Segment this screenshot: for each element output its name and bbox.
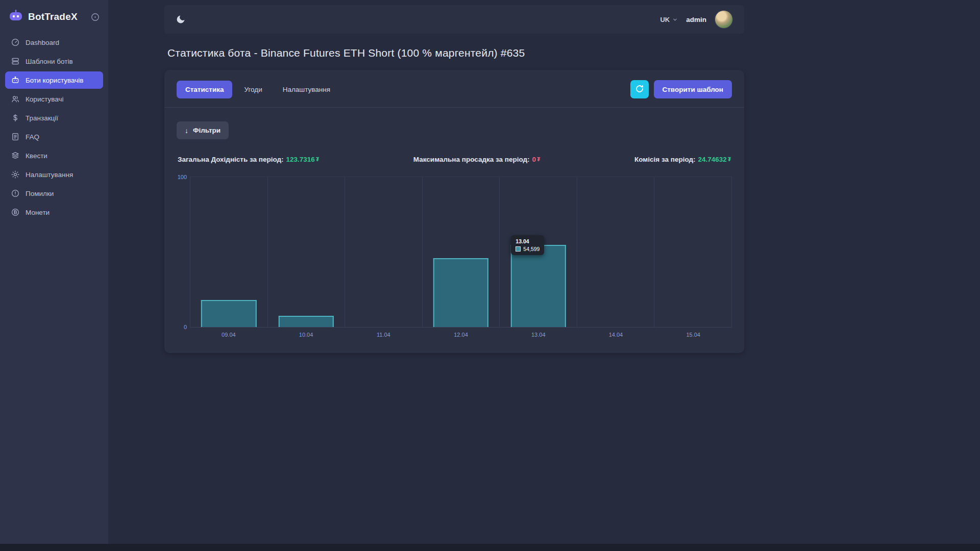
- users-icon: [11, 94, 20, 104]
- stat-label: Максимальна просадка за період:: [413, 156, 530, 163]
- refresh-button[interactable]: [630, 80, 649, 98]
- bots-icon: [11, 76, 20, 85]
- chart-column-11.04: [345, 177, 422, 327]
- sidebar-item-label: Монети: [26, 209, 50, 216]
- chart-xaxis: 09.0410.0411.0412.0413.0414.0415.04: [190, 332, 732, 338]
- sidebar-item-label: FAQ: [26, 133, 39, 141]
- settings-icon: [11, 170, 20, 179]
- stat-value: 123.7316: [286, 156, 315, 163]
- language-selector[interactable]: UK: [660, 16, 678, 23]
- stat-1: Максимальна просадка за період:0₮: [413, 156, 540, 163]
- tabs: СтатистикаУгодиНалаштування: [177, 81, 339, 98]
- arrow-down-icon: ↓: [185, 127, 188, 134]
- stat-label: Загальна Дохідність за період:: [178, 156, 284, 163]
- chevron-down-icon: [672, 17, 678, 22]
- stat-0: Загальна Дохідність за період:123.7316₮: [178, 156, 319, 163]
- sidebar-item-bot-templates[interactable]: Шаблони ботів: [5, 53, 103, 70]
- x-axis-label: 12.04: [422, 332, 500, 338]
- card-actions: Створити шаблон: [630, 80, 732, 98]
- app-name: BotTradeX: [28, 11, 78, 22]
- x-axis-label: 14.04: [577, 332, 655, 338]
- x-axis-label: 11.04: [345, 332, 422, 338]
- tab-statistics[interactable]: Статистика: [177, 81, 232, 98]
- page-title: Статистика бота - Binance Futures ETH Sh…: [167, 47, 744, 59]
- templates-icon: [11, 57, 20, 66]
- currency-symbol: ₮: [537, 157, 540, 162]
- main-area: UK admin Статистика бота - Binance Futur…: [108, 0, 980, 551]
- stats-row: Загальна Дохідність за період:123.7316₮М…: [177, 156, 732, 163]
- sidebar-item-label: Шаблони ботів: [26, 58, 73, 65]
- topbar: UK admin: [164, 5, 744, 34]
- sidebar-item-users[interactable]: Користувачі: [5, 90, 103, 108]
- chart-column-10.04: [267, 177, 345, 327]
- sidebar-item-label: Транзакції: [26, 114, 58, 122]
- tooltip-date: 13.04: [516, 238, 540, 244]
- chart-bar-09.04[interactable]: [201, 300, 256, 327]
- sidebar-item-quests[interactable]: Квести: [5, 147, 103, 164]
- sidebar-item-label: Dashboard: [26, 39, 59, 46]
- coins-icon: [11, 208, 20, 217]
- bottom-bar: [0, 544, 980, 551]
- chart-plot: 100 0 13.0454,599: [190, 177, 732, 328]
- y-axis-tick-max: 100: [175, 174, 187, 180]
- sidebar-item-coins[interactable]: Монети: [5, 204, 103, 221]
- stat-value: 0: [532, 156, 536, 163]
- tab-deals[interactable]: Угоди: [235, 81, 271, 98]
- sidebar-item-label: Квести: [26, 152, 47, 160]
- x-axis-label: 15.04: [654, 332, 732, 338]
- sidebar-menu: DashboardШаблони ботівБоти користувачівК…: [5, 34, 103, 221]
- tabs-row: СтатистикаУгодиНалаштування Створити шаб…: [177, 80, 732, 98]
- sidebar-item-errors[interactable]: Помилки: [5, 185, 103, 202]
- chart-column-14.04: [577, 177, 654, 327]
- currency-symbol: ₮: [316, 157, 319, 162]
- currency-symbol: ₮: [728, 157, 731, 162]
- quests-icon: [11, 151, 20, 160]
- sidebar-item-label: Помилки: [26, 190, 54, 197]
- chart-bar-13.04[interactable]: [510, 245, 566, 327]
- chart-column-15.04: [654, 177, 732, 327]
- logo: BotTradeX: [5, 6, 103, 34]
- sidebar-item-faq[interactable]: FAQ: [5, 128, 103, 145]
- chart-tooltip: 13.0454,599: [511, 235, 544, 255]
- chart-column-09.04: [190, 177, 267, 327]
- stat-2: Комісія за період:24.74632₮: [634, 156, 731, 163]
- topbar-right: UK admin: [660, 10, 733, 29]
- chart-bar-12.04[interactable]: [433, 258, 488, 327]
- robot-logo-icon: [8, 8, 23, 26]
- sidebar-item-label: Налаштування: [26, 171, 73, 179]
- sidebar-item-user-bots[interactable]: Боти користувачів: [5, 71, 103, 89]
- stat-value: 24.74632: [698, 156, 727, 163]
- target-icon[interactable]: [90, 12, 100, 22]
- x-axis-label: 10.04: [267, 332, 345, 338]
- refresh-icon: [635, 84, 644, 95]
- sidebar-item-dashboard[interactable]: Dashboard: [5, 34, 103, 51]
- avatar[interactable]: [715, 10, 733, 29]
- language-label: UK: [660, 16, 670, 23]
- stat-label: Комісія за період:: [634, 156, 696, 163]
- tab-settings[interactable]: Налаштування: [274, 81, 339, 98]
- chart-bar-10.04[interactable]: [279, 316, 334, 327]
- moon-icon[interactable]: [176, 14, 186, 24]
- chart-column-12.04: [422, 177, 500, 327]
- filters-button[interactable]: ↓ Фільтри: [177, 121, 229, 139]
- profit-chart: 100 0 13.0454,599 09.0410.0411.0412.0413…: [177, 177, 732, 338]
- sidebar-item-label: Боти користувачів: [26, 77, 83, 84]
- errors-icon: [11, 189, 20, 198]
- divider: [164, 107, 744, 108]
- sidebar-item-label: Користувачі: [26, 95, 64, 103]
- filters-label: Фільтри: [193, 127, 220, 134]
- x-axis-label: 13.04: [500, 332, 577, 338]
- tooltip-value: 54,599: [523, 246, 540, 252]
- sidebar: BotTradeX DashboardШаблони ботівБоти кор…: [0, 0, 108, 551]
- content-column: UK admin Статистика бота - Binance Futur…: [164, 5, 744, 353]
- transactions-icon: [11, 113, 20, 122]
- sidebar-item-transactions[interactable]: Транзакції: [5, 109, 103, 127]
- faq-icon: [11, 132, 20, 141]
- bot-stats-card: СтатистикаУгодиНалаштування Створити шаб…: [164, 70, 744, 353]
- dashboard-icon: [11, 38, 20, 47]
- x-axis-label: 09.04: [190, 332, 267, 338]
- y-axis-tick-min: 0: [175, 324, 187, 330]
- username[interactable]: admin: [686, 16, 706, 23]
- sidebar-item-settings[interactable]: Налаштування: [5, 166, 103, 183]
- create-template-button[interactable]: Створити шаблон: [654, 80, 732, 98]
